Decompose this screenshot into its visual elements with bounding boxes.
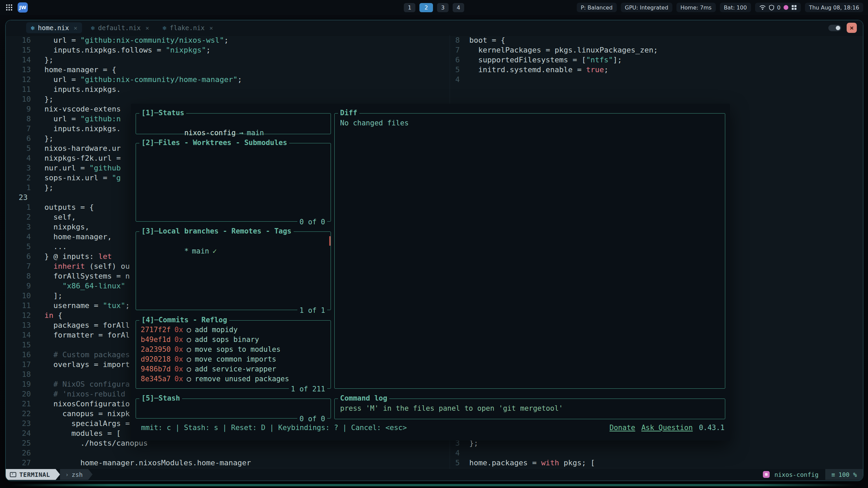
code-line: 12 url = "github:nix-community/home-mana… — [6, 75, 450, 84]
clock: Thu Aug 08, 18:16 — [805, 3, 863, 12]
panel-branches-title: [3]─Local branches - Remotes - Tags — [139, 227, 294, 235]
tab-bar: ❄home.nix×❄default.nix×❄flake.nix× — [6, 20, 863, 36]
top-status-bar: JW 1234 P: BalancedGPU: IntegratedHome: … — [0, 0, 868, 15]
statusline-right: nixos-config ≡ 100 % — [763, 469, 863, 480]
branch-item[interactable]: *main✓ — [136, 232, 331, 271]
tray-grid-icon[interactable] — [792, 5, 794, 7]
mode-segment: TERMINAL — [6, 469, 56, 480]
wallpaper-glow — [9, 484, 859, 486]
code-line: 16 url = "github:nix-community/nixos-wsl… — [6, 35, 450, 45]
tab-flake.nix[interactable]: ❄flake.nix× — [158, 22, 218, 33]
status-module: P: Balanced — [577, 3, 617, 12]
code-line — [450, 94, 863, 104]
powerline-separator — [56, 469, 60, 480]
nix-snowflake-icon: ❄ — [91, 24, 95, 32]
workspaces: 1234 — [404, 3, 464, 12]
tab-strip: ❄home.nix×❄default.nix×❄flake.nix× — [26, 22, 218, 33]
lazygit-popup: [1]─Status nixos-config→main [2]─Files -… — [131, 104, 730, 441]
scroll-percent: 100 % — [839, 471, 857, 478]
status-module: Bat: 100 — [720, 3, 751, 12]
commit-row[interactable]: 2a239500x○move sops to modules — [141, 345, 326, 354]
commits-scrollbar[interactable] — [329, 236, 331, 246]
logo-badge[interactable]: JW — [18, 2, 28, 13]
code-line: 6 supportedFilesystems = ["ntfs"]; — [450, 55, 863, 65]
commit-row[interactable]: 8e345a70x○remove unused packages — [141, 374, 326, 384]
code-line: 26 — [6, 448, 450, 458]
lazygit-footer: mmit: c | Stash: s | Reset: D | Keybindi… — [141, 424, 725, 432]
status-module: GPU: Integrated — [621, 3, 672, 12]
shell-segment: › zsh — [60, 469, 88, 480]
commit-node-icon: ○ — [187, 364, 191, 374]
panel-status[interactable]: [1]─Status nixos-config→main — [136, 113, 331, 134]
powerline-separator — [88, 469, 93, 480]
code-line: 4 — [450, 75, 863, 84]
status-modules: P: BalancedGPU: IntegratedHome: 7msBat: … — [577, 3, 751, 12]
tab-close-icon[interactable]: × — [210, 24, 213, 32]
panel-diff[interactable]: Diff No changed files — [334, 113, 725, 389]
code-line: 7 kernelPackages = pkgs.linuxPackages_ze… — [450, 45, 863, 55]
panel-branches[interactable]: [3]─Local branches - Remotes - Tags *mai… — [136, 231, 331, 310]
commit-list: 2717f2f0x○add mopidyb49ef1d0x○add sops b… — [136, 321, 331, 388]
nix-snowflake-icon: ❄ — [31, 24, 35, 32]
panel-command-log-title: Command log — [338, 394, 389, 402]
diff-content: No changed files — [335, 114, 725, 133]
workspace-button-3[interactable]: 3 — [437, 3, 449, 12]
close-window-button[interactable]: × — [847, 23, 857, 33]
repo-name: nixos-config — [184, 129, 236, 137]
donate-link[interactable]: Donate — [610, 424, 635, 432]
commit-node-icon: ○ — [187, 335, 191, 345]
workspace-button-2[interactable]: 2 — [419, 3, 433, 12]
terminal-window: ❄home.nix×❄default.nix×❄flake.nix× × 16 … — [5, 20, 863, 481]
keybind-hints: mmit: c | Stash: s | Reset: D | Keybindi… — [141, 424, 407, 432]
workspace-button-4[interactable]: 4 — [453, 3, 464, 12]
panel-files[interactable]: [2]─Files - Worktrees - Submodules 0 of … — [136, 143, 331, 222]
pin-toggle[interactable] — [828, 25, 841, 31]
workspace-button-1[interactable]: 1 — [404, 3, 415, 12]
check-icon: ✓ — [213, 247, 217, 255]
files-count: 0 of 0 — [297, 218, 327, 226]
commit-row[interactable]: 9486b7d0x○add service-wrapper — [141, 364, 326, 374]
tab-label: flake.nix — [170, 24, 205, 32]
tab-close-icon[interactable]: × — [145, 24, 149, 32]
tab-default.nix[interactable]: ❄default.nix× — [86, 22, 154, 33]
panel-stash[interactable]: [5]─Stash 0 of 0 — [136, 399, 331, 419]
editor-area: 16 url = "github:nix-community/nixos-wsl… — [6, 35, 863, 469]
commit-row[interactable]: 2717f2f0x○add mopidy — [141, 325, 326, 335]
status-module: Home: 7ms — [676, 3, 716, 12]
ask-question-link[interactable]: Ask Question — [641, 424, 693, 432]
panel-commits[interactable]: [4]─Commits - Reflog 2717f2f0x○add mopid… — [136, 320, 331, 389]
shield-icon[interactable] — [769, 5, 774, 11]
code-line: 10}; — [6, 94, 450, 104]
commit-node-icon: ○ — [187, 345, 191, 354]
tab-close-icon[interactable]: × — [74, 24, 77, 32]
commit-node-icon: ○ — [187, 354, 191, 364]
topbar-right: P: BalancedGPU: IntegratedHome: 7msBat: … — [577, 3, 863, 12]
panel-status-title: [1]─Status — [139, 109, 186, 117]
tray: 0 — [755, 3, 801, 12]
tab-label: default.nix — [98, 24, 141, 32]
lazygit-version: 0.43.1 — [699, 424, 725, 432]
shell-label: zsh — [72, 471, 83, 478]
code-line: 14}; — [6, 55, 450, 65]
commit-row[interactable]: d9202180x○move common imports — [141, 354, 326, 364]
commit-node-icon: ○ — [187, 374, 191, 384]
code-line: 15 inputs.nixpkgs.follows = "nixpkgs"; — [6, 45, 450, 55]
tray-dot-icon[interactable] — [784, 5, 788, 10]
panel-command-log[interactable]: Command log press 'M' in the files panel… — [334, 399, 725, 419]
tab-home.nix[interactable]: ❄home.nix× — [26, 22, 82, 33]
code-line — [450, 84, 863, 94]
arrow-right-icon: → — [239, 129, 243, 137]
code-line: 13home-manager = { — [6, 65, 450, 75]
statusline-repo: nixos-config — [774, 471, 818, 478]
menu-icon: ≡ — [831, 471, 835, 478]
apps-grid-icon[interactable] — [6, 4, 12, 11]
repo-badge-icon — [763, 471, 770, 478]
scroll-percent-segment: ≡ 100 % — [825, 469, 863, 480]
panel-stash-title: [5]─Stash — [139, 394, 182, 402]
commit-row[interactable]: b49ef1d0x○add sops binary — [141, 335, 326, 345]
branch-name: main — [247, 129, 264, 137]
panel-diff-title: Diff — [338, 109, 359, 117]
code-line: 11 inputs.nixpkgs. — [6, 84, 450, 94]
branches-count: 1 of 1 — [297, 306, 327, 314]
wifi-icon[interactable] — [759, 5, 766, 10]
